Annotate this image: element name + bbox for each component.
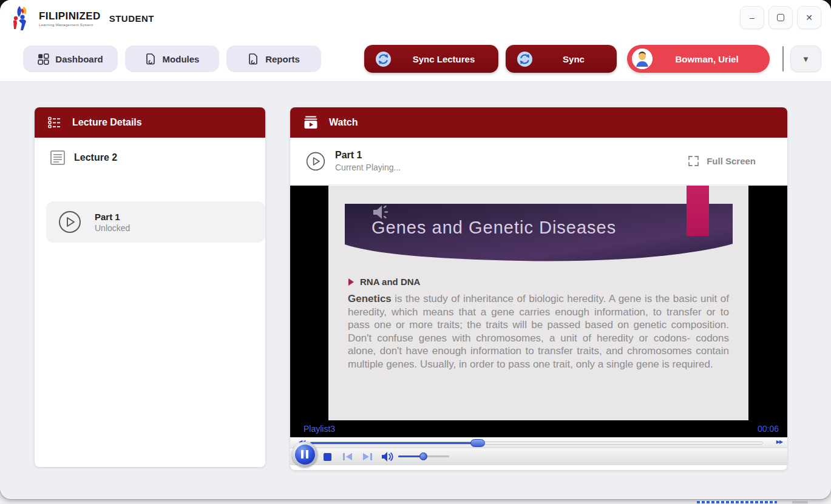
maximize-icon [777,14,784,21]
pause-button[interactable] [292,442,317,467]
lecture-details-title: Lecture Details [72,117,142,128]
seek-thumb[interactable] [470,439,485,447]
play-circle-icon [306,152,325,171]
avatar [632,49,653,69]
minimize-icon: – [750,13,755,22]
nav-modules-label: Modules [163,54,200,64]
user-profile-button[interactable]: Bowman, Uriel [627,45,770,73]
nav-reports[interactable]: Reports [226,45,321,72]
slide-frame: Genes and Genetic Diseases [328,186,748,420]
player-title-strip: Playlist3 00:06 [290,420,787,437]
now-playing-row: Part 1 Current Playing... Full Screen [290,138,787,185]
fullscreen-button[interactable]: Full Screen [688,155,772,167]
slide-body-text: is the study of inheritance of biologic … [348,293,729,370]
lecture-part-item[interactable]: Part 1 Unlocked [46,201,265,243]
playlist-label: Playlist3 [304,424,335,434]
volume-slider[interactable] [398,455,449,457]
document-icon [50,150,66,166]
player-controls [290,448,787,465]
video-player[interactable]: Genes and Genetic Diseases [290,186,787,465]
watch-title: Watch [329,117,358,128]
sync-icon [375,51,392,67]
nav-reports-label: Reports [265,54,300,64]
lecture-details-panel: Lecture Details Lecture 2 [35,107,265,467]
next-icon [362,452,373,461]
user-menu-dropdown-button[interactable]: ▼ [790,45,821,72]
lecture-details-header: Lecture Details [35,107,265,138]
part-name: Part 1 [95,212,130,222]
sync-button[interactable]: Sync [506,45,617,73]
lecture-name: Lecture 2 [74,152,117,163]
mute-button[interactable] [379,448,397,465]
chevron-down-icon: ▼ [802,55,810,64]
report-file-icon [248,53,259,65]
slide-lead-word: Genetics [348,293,392,304]
fast-forward-icon[interactable]: ▶▶ [776,439,782,445]
part-status: Unlocked [95,223,130,233]
app-window: FILIPINIZED Learning Management System S… [0,0,831,499]
sync-lectures-label: Sync Lectures [400,54,487,64]
watch-panel: Watch Part 1 Current Playing... [290,107,787,470]
brand-tagline: Learning Management System [39,23,101,27]
maximize-button[interactable] [768,6,793,29]
nav-dashboard-label: Dashboard [55,54,103,64]
nav-dashboard[interactable]: Dashboard [23,45,118,72]
pause-icon [295,445,315,465]
slide-paragraph: Genetics is the study of inheritance of … [348,292,729,371]
bullet-triangle-icon [348,278,354,286]
header-divider [782,46,784,72]
previous-icon [342,452,353,461]
stop-icon [324,453,331,461]
video-playlist-icon [304,116,318,129]
background-artifact [697,501,777,503]
fullscreen-expand-icon [688,155,699,167]
sync-lectures-button[interactable]: Sync Lectures [364,45,498,73]
speaker-volume-icon [381,451,395,462]
minimize-button[interactable]: – [740,6,764,29]
fullscreen-label: Full Screen [707,156,756,166]
nav-modules[interactable]: Modules [125,45,219,72]
slide-title-banner: Genes and Genetic Diseases [345,204,733,261]
seek-fill [310,442,478,444]
sync-label: Sync [541,54,606,64]
seek-row: ◀◀ ▶▶ [290,437,787,448]
brand-name: FILIPINIZED [39,10,101,22]
close-icon: ✕ [806,13,813,22]
filipinized-logo-icon [11,5,36,32]
stop-button[interactable] [319,448,335,465]
app-logo: FILIPINIZED Learning Management System S… [11,5,154,32]
elapsed-time: 00:06 [758,424,779,434]
list-icon [48,116,61,129]
volume-thumb[interactable] [419,452,427,460]
lecture-item[interactable]: Lecture 2 [35,138,265,178]
titlebar: FILIPINIZED Learning Management System S… [0,0,831,82]
brand-role: STUDENT [109,13,154,24]
watch-part-name: Part 1 [335,150,401,161]
dashboard-grid-icon [38,53,49,65]
slide-ribbon [687,186,709,236]
sync-icon [517,51,533,67]
play-circle-icon [58,210,81,234]
previous-button[interactable] [339,448,357,465]
next-button[interactable] [358,448,376,465]
watch-part-status: Current Playing... [335,163,401,172]
user-name-label: Bowman, Uriel [660,54,765,64]
module-file-icon [145,53,157,65]
slide-title: Genes and Genetic Diseases [371,218,616,238]
background-artifact [792,501,808,503]
slide-bullet: RNA and DNA [348,277,420,287]
watch-header: Watch [290,107,787,138]
slide-bullet-text: RNA and DNA [360,277,420,287]
seek-bar[interactable] [310,442,763,445]
close-button[interactable]: ✕ [797,6,821,29]
